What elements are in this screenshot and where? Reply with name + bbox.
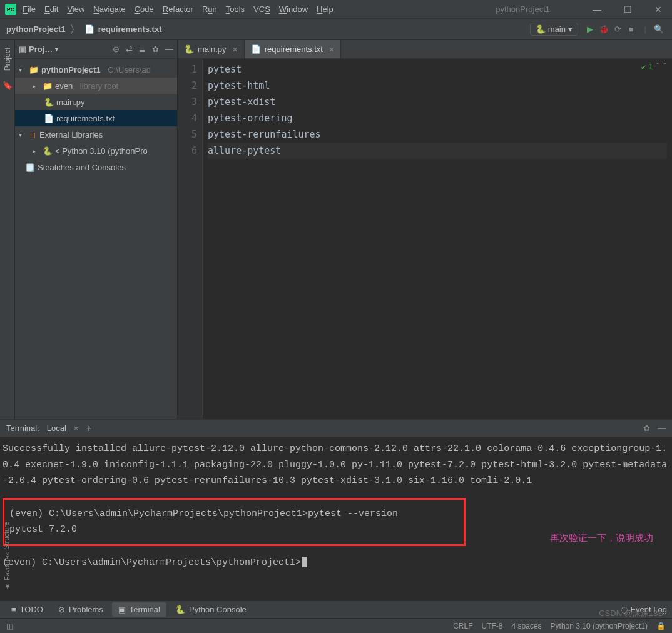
expand-arrow-icon[interactable]: ▾ — [19, 131, 26, 138]
editor-area: 🐍 main.py × 📄 requirements.txt × 123456 … — [178, 40, 672, 419]
python-icon: 🐍 — [536, 24, 546, 34]
folder-icon: 📁 — [29, 65, 39, 74]
favorites-tool-button[interactable]: ★ Favorites — [3, 552, 11, 590]
python-icon: 🐍 — [184, 44, 194, 54]
tree-project-root[interactable]: ▾ 📁 pythonProject1 C:\Users\ad — [15, 61, 177, 78]
tool-tab-python-console[interactable]: 🐍Python Console — [169, 602, 253, 617]
chevron-down-icon[interactable]: ˇ — [663, 63, 667, 71]
tab-requirements[interactable]: 📄 requirements.txt × — [245, 40, 341, 58]
lock-icon[interactable]: 🔒 — [656, 622, 666, 630]
run-button[interactable]: ▶ — [583, 24, 597, 34]
terminal-command-out: pytest 7.2.0 — [9, 522, 459, 538]
menu-tools[interactable]: Tools — [226, 4, 245, 14]
main-menu: File Edit View Navigate Code Refactor Ru… — [23, 4, 333, 14]
terminal-command: (even) C:\Users\admin\PycharmProjects\py… — [9, 506, 459, 522]
project-tree: ▾ 📁 pythonProject1 C:\Users\ad ▸ 📁 even … — [15, 59, 177, 178]
menu-vcs[interactable]: VCS — [253, 4, 270, 14]
status-line-ending[interactable]: CRLF — [453, 622, 472, 630]
close-icon[interactable]: × — [233, 44, 238, 54]
hide-panel-icon[interactable]: — — [658, 423, 666, 433]
text-file-icon: 📄 — [251, 44, 261, 54]
menu-file[interactable]: File — [23, 4, 36, 14]
menu-help[interactable]: Help — [317, 4, 333, 14]
structure-tool-button[interactable]: Structure — [3, 522, 10, 550]
breadcrumb-project[interactable]: pythonProject1 — [6, 24, 66, 34]
expand-arrow-icon[interactable]: ▾ — [19, 66, 26, 73]
gear-icon[interactable]: ✿ — [643, 423, 650, 433]
tool-tab-terminal[interactable]: ▣Terminal — [112, 602, 166, 617]
window-maximize[interactable]: ☐ — [619, 4, 637, 14]
expand-arrow-icon[interactable]: ▸ — [33, 148, 40, 154]
chevron-down-icon: ▾ — [568, 24, 573, 34]
status-indent[interactable]: 4 spaces — [512, 622, 542, 630]
terminal-prompt[interactable]: (even) C:\Users\admin\PycharmProjects\py… — [3, 555, 669, 571]
folder-icon: 📁 — [43, 81, 53, 91]
annotation-highlight: (even) C:\Users\admin\PycharmProjects\py… — [3, 498, 466, 546]
locate-icon[interactable]: ⊕ — [113, 44, 120, 54]
bottom-tool-tabs: ≡TODO ⊘Problems ▣Terminal 🐍Python Consol… — [0, 600, 672, 618]
statusbar-windows-icon[interactable]: ◫ — [6, 622, 13, 630]
tree-python-sdk[interactable]: ▸ 🐍 < Python 3.10 (pythonPro — [15, 143, 177, 159]
code-editor[interactable]: 123456 pytest pytest-html pytest-xdist p… — [178, 59, 672, 419]
app-icon: PC — [5, 4, 16, 15]
editor-inspection-status[interactable]: ✔ 1 ˆ ˇ — [641, 63, 667, 71]
breadcrumb-separator: 〉 — [69, 24, 81, 35]
code-content[interactable]: pytest pytest-html pytest-xdist pytest-o… — [203, 59, 672, 419]
window-close[interactable]: ✕ — [649, 4, 667, 14]
run-config-selector[interactable]: 🐍 main ▾ — [530, 23, 578, 36]
terminal-panel: Terminal: Local × + ✿ — Successfully ins… — [0, 419, 672, 600]
breadcrumb-file[interactable]: requirements.txt — [98, 24, 162, 34]
check-icon: ✔ — [641, 63, 646, 71]
hide-icon[interactable]: — — [165, 44, 173, 54]
scratches-icon: 🗒️ — [25, 163, 35, 172]
search-button[interactable]: 🔍 — [652, 24, 666, 34]
window-minimize[interactable]: — — [588, 4, 606, 14]
add-terminal-button[interactable]: + — [86, 423, 91, 434]
menu-view[interactable]: View — [67, 4, 84, 14]
select-opened-icon[interactable]: ⇄ — [126, 44, 133, 54]
menu-refactor[interactable]: Refactor — [163, 4, 193, 14]
terminal-icon: ▣ — [118, 605, 126, 614]
close-tab-icon[interactable]: × — [74, 423, 79, 433]
tool-tab-todo[interactable]: ≡TODO — [5, 602, 49, 617]
tree-folder-even[interactable]: ▸ 📁 even library root — [15, 78, 177, 94]
tool-tab-problems[interactable]: ⊘Problems — [52, 602, 109, 617]
run-coverage-button[interactable]: ⟳ — [611, 24, 624, 34]
python-icon: 🐍 — [44, 98, 54, 107]
menu-code[interactable]: Code — [135, 4, 154, 14]
tree-file-main[interactable]: 🐍 main.py — [15, 94, 177, 110]
terminal-output: Successfully installed allure-pytest-2.1… — [3, 441, 669, 489]
menu-window[interactable]: Window — [279, 4, 308, 14]
python-icon: 🐍 — [175, 605, 185, 614]
debug-button[interactable]: 🐞 — [597, 24, 611, 34]
menu-edit[interactable]: Edit — [44, 4, 58, 14]
project-panel: ▣ Proj… ▾ ⊕ ⇄ ≣ ✿ — ▾ 📁 pythonProject1 C… — [15, 40, 178, 419]
python-icon: 🐍 — [43, 146, 53, 156]
status-sdk[interactable]: Python 3.10 (pythonProject1) — [551, 622, 648, 630]
tree-scratches[interactable]: 🗒️ Scratches and Consoles — [15, 159, 177, 175]
tab-main-py[interactable]: 🐍 main.py × — [178, 40, 245, 58]
tree-file-requirements[interactable]: 📄 requirements.txt — [15, 110, 177, 126]
todo-icon: ≡ — [11, 605, 16, 614]
status-encoding[interactable]: UTF-8 — [482, 622, 503, 630]
annotation-text: 再次验证一下，说明成功 — [550, 531, 653, 547]
project-tool-button[interactable]: Project — [3, 48, 12, 71]
terminal-body[interactable]: Successfully installed allure-pytest-2.1… — [0, 437, 672, 600]
breadcrumb[interactable]: pythonProject1 〉 📄 requirements.txt — [6, 24, 162, 35]
tree-external-libraries[interactable]: ▾ ⫼ External Libraries — [15, 126, 177, 143]
titlebar: PC File Edit View Navigate Code Refactor… — [0, 0, 672, 19]
editor-tabs: 🐍 main.py × 📄 requirements.txt × — [178, 40, 672, 59]
collapse-icon[interactable]: ≣ — [139, 44, 146, 54]
expand-arrow-icon[interactable]: ▸ — [33, 83, 40, 89]
text-file-icon: 📄 — [44, 114, 54, 123]
menu-run[interactable]: Run — [202, 4, 217, 14]
stop-button[interactable]: ■ — [624, 24, 638, 34]
terminal-tab-local[interactable]: Local — [47, 423, 66, 433]
bookmark-icon[interactable]: 🔖 — [3, 81, 13, 90]
close-icon[interactable]: × — [329, 44, 334, 54]
cursor-icon — [302, 557, 307, 567]
chevron-up-icon[interactable]: ˆ — [656, 63, 660, 71]
project-panel-title[interactable]: ▣ Proj… ▾ — [19, 44, 58, 54]
gear-icon[interactable]: ✿ — [152, 44, 159, 54]
menu-navigate[interactable]: Navigate — [93, 4, 125, 14]
